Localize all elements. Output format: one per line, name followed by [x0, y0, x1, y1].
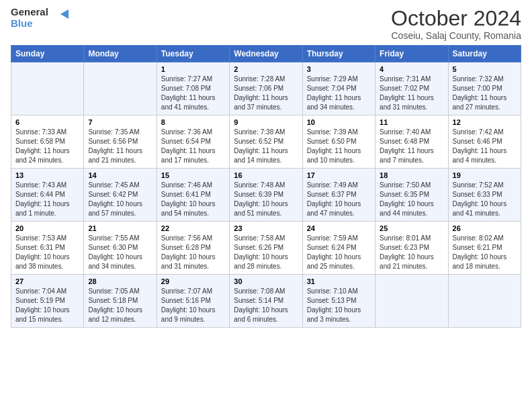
day-info: Sunrise: 7:46 AM Sunset: 6:41 PM Dayligh…: [161, 181, 225, 218]
day-number: 31: [307, 277, 371, 285]
day-info: Sunrise: 8:01 AM Sunset: 6:23 PM Dayligh…: [380, 234, 443, 271]
day-info: Sunrise: 7:55 AM Sunset: 6:30 PM Dayligh…: [88, 234, 152, 271]
calendar-cell: 12Sunrise: 7:42 AM Sunset: 6:46 PM Dayli…: [448, 116, 521, 169]
calendar-week-4: 20Sunrise: 7:53 AM Sunset: 6:31 PM Dayli…: [11, 222, 521, 275]
calendar-cell: 23Sunrise: 7:58 AM Sunset: 6:26 PM Dayli…: [230, 222, 302, 275]
svg-marker-0: [60, 9, 69, 19]
day-info: Sunrise: 7:36 AM Sunset: 6:54 PM Dayligh…: [161, 128, 225, 165]
day-info: Sunrise: 7:56 AM Sunset: 6:28 PM Dayligh…: [161, 234, 225, 271]
calendar-cell: 26Sunrise: 8:02 AM Sunset: 6:21 PM Dayli…: [448, 222, 521, 275]
day-number: 30: [234, 277, 298, 285]
day-info: Sunrise: 7:10 AM Sunset: 5:13 PM Dayligh…: [307, 287, 371, 324]
day-info: Sunrise: 7:43 AM Sunset: 6:44 PM Dayligh…: [15, 181, 79, 218]
calendar-table: Sunday Monday Tuesday Wednesday Thursday…: [11, 45, 521, 328]
day-info: Sunrise: 7:40 AM Sunset: 6:48 PM Dayligh…: [380, 128, 443, 165]
day-info: Sunrise: 7:39 AM Sunset: 6:50 PM Dayligh…: [307, 128, 371, 165]
calendar-page: General Blue October 2024 Coseiu, Salaj …: [0, 0, 532, 411]
col-tuesday: Tuesday: [157, 46, 229, 62]
col-thursday: Thursday: [302, 46, 375, 62]
calendar-cell: 3Sunrise: 7:29 AM Sunset: 7:04 PM Daylig…: [302, 62, 375, 116]
calendar-week-3: 13Sunrise: 7:43 AM Sunset: 6:44 PM Dayli…: [11, 169, 521, 222]
day-info: Sunrise: 7:48 AM Sunset: 6:39 PM Dayligh…: [234, 181, 298, 218]
calendar-cell: 21Sunrise: 7:55 AM Sunset: 6:30 PM Dayli…: [84, 222, 157, 275]
day-number: 1: [161, 65, 225, 73]
day-number: 13: [15, 171, 79, 179]
month-title: October 2024: [391, 7, 521, 30]
calendar-week-5: 27Sunrise: 7:04 AM Sunset: 5:19 PM Dayli…: [11, 275, 521, 328]
day-info: Sunrise: 7:50 AM Sunset: 6:35 PM Dayligh…: [380, 181, 443, 218]
day-number: 25: [380, 224, 443, 232]
day-info: Sunrise: 7:58 AM Sunset: 6:26 PM Dayligh…: [234, 234, 298, 271]
calendar-cell: [448, 275, 521, 328]
day-number: 5: [453, 65, 517, 73]
col-wednesday: Wednesday: [230, 46, 302, 62]
col-sunday: Sunday: [11, 46, 84, 62]
calendar-header-row: Sunday Monday Tuesday Wednesday Thursday…: [11, 46, 521, 62]
day-number: 9: [234, 118, 298, 126]
day-info: Sunrise: 7:45 AM Sunset: 6:42 PM Dayligh…: [88, 181, 152, 218]
calendar-week-2: 6Sunrise: 7:33 AM Sunset: 6:58 PM Daylig…: [11, 116, 521, 169]
day-info: Sunrise: 7:33 AM Sunset: 6:58 PM Dayligh…: [15, 128, 79, 165]
day-info: Sunrise: 7:49 AM Sunset: 6:37 PM Dayligh…: [307, 181, 371, 218]
day-number: 22: [161, 224, 225, 232]
day-number: 24: [307, 224, 371, 232]
col-monday: Monday: [84, 46, 157, 62]
calendar-cell: 24Sunrise: 7:59 AM Sunset: 6:24 PM Dayli…: [302, 222, 375, 275]
day-number: 11: [380, 118, 443, 126]
day-number: 12: [453, 118, 517, 126]
calendar-cell: [11, 62, 84, 116]
day-number: 6: [15, 118, 79, 126]
calendar-cell: [84, 62, 157, 116]
calendar-cell: 19Sunrise: 7:52 AM Sunset: 6:33 PM Dayli…: [448, 169, 521, 222]
calendar-cell: 18Sunrise: 7:50 AM Sunset: 6:35 PM Dayli…: [375, 169, 448, 222]
calendar-cell: 30Sunrise: 7:08 AM Sunset: 5:14 PM Dayli…: [230, 275, 302, 328]
day-number: 28: [88, 277, 152, 285]
day-number: 20: [15, 224, 79, 232]
calendar-cell: 9Sunrise: 7:38 AM Sunset: 6:52 PM Daylig…: [230, 116, 302, 169]
calendar-cell: 7Sunrise: 7:35 AM Sunset: 6:56 PM Daylig…: [84, 116, 157, 169]
calendar-cell: 25Sunrise: 8:01 AM Sunset: 6:23 PM Dayli…: [375, 222, 448, 275]
day-number: 2: [234, 65, 298, 73]
calendar-cell: 17Sunrise: 7:49 AM Sunset: 6:37 PM Dayli…: [302, 169, 375, 222]
day-info: Sunrise: 7:05 AM Sunset: 5:18 PM Dayligh…: [88, 287, 152, 324]
day-info: Sunrise: 7:07 AM Sunset: 5:16 PM Dayligh…: [161, 287, 225, 324]
day-number: 4: [380, 65, 443, 73]
logo-bird-icon: [54, 9, 69, 24]
calendar-cell: 14Sunrise: 7:45 AM Sunset: 6:42 PM Dayli…: [84, 169, 157, 222]
calendar-cell: 4Sunrise: 7:31 AM Sunset: 7:02 PM Daylig…: [375, 62, 448, 116]
calendar-cell: 27Sunrise: 7:04 AM Sunset: 5:19 PM Dayli…: [11, 275, 84, 328]
logo-text: General Blue: [11, 7, 48, 29]
day-number: 23: [234, 224, 298, 232]
calendar-cell: [375, 275, 448, 328]
calendar-cell: 29Sunrise: 7:07 AM Sunset: 5:16 PM Dayli…: [157, 275, 229, 328]
day-info: Sunrise: 7:59 AM Sunset: 6:24 PM Dayligh…: [307, 234, 371, 271]
day-number: 27: [15, 277, 79, 285]
calendar-cell: 10Sunrise: 7:39 AM Sunset: 6:50 PM Dayli…: [302, 116, 375, 169]
day-number: 3: [307, 65, 371, 73]
day-number: 17: [307, 171, 371, 179]
calendar-cell: 6Sunrise: 7:33 AM Sunset: 6:58 PM Daylig…: [11, 116, 84, 169]
day-info: Sunrise: 8:02 AM Sunset: 6:21 PM Dayligh…: [453, 234, 517, 271]
day-info: Sunrise: 7:08 AM Sunset: 5:14 PM Dayligh…: [234, 287, 298, 324]
logo: General Blue: [11, 7, 69, 29]
day-number: 21: [88, 224, 152, 232]
day-number: 10: [307, 118, 371, 126]
day-number: 26: [453, 224, 517, 232]
day-number: 14: [88, 171, 152, 179]
day-info: Sunrise: 7:04 AM Sunset: 5:19 PM Dayligh…: [15, 287, 79, 324]
calendar-cell: 22Sunrise: 7:56 AM Sunset: 6:28 PM Dayli…: [157, 222, 229, 275]
calendar-week-1: 1Sunrise: 7:27 AM Sunset: 7:08 PM Daylig…: [11, 62, 521, 116]
day-info: Sunrise: 7:29 AM Sunset: 7:04 PM Dayligh…: [307, 75, 371, 112]
day-info: Sunrise: 7:52 AM Sunset: 6:33 PM Dayligh…: [453, 181, 517, 218]
day-number: 18: [380, 171, 443, 179]
day-info: Sunrise: 7:32 AM Sunset: 7:00 PM Dayligh…: [453, 75, 517, 112]
day-info: Sunrise: 7:27 AM Sunset: 7:08 PM Dayligh…: [161, 75, 225, 112]
calendar-cell: 16Sunrise: 7:48 AM Sunset: 6:39 PM Dayli…: [230, 169, 302, 222]
day-number: 8: [161, 118, 225, 126]
day-info: Sunrise: 7:31 AM Sunset: 7:02 PM Dayligh…: [380, 75, 443, 112]
day-number: 16: [234, 171, 298, 179]
day-info: Sunrise: 7:53 AM Sunset: 6:31 PM Dayligh…: [15, 234, 79, 271]
day-number: 15: [161, 171, 225, 179]
title-area: October 2024 Coseiu, Salaj County, Roman…: [391, 7, 521, 41]
day-info: Sunrise: 7:35 AM Sunset: 6:56 PM Dayligh…: [88, 128, 152, 165]
